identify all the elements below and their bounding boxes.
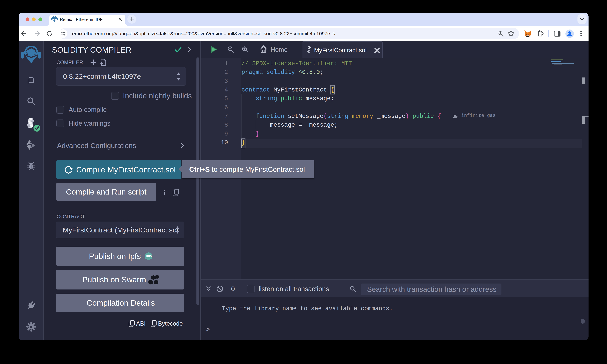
svg-text:IPFS: IPFS [145, 255, 152, 258]
